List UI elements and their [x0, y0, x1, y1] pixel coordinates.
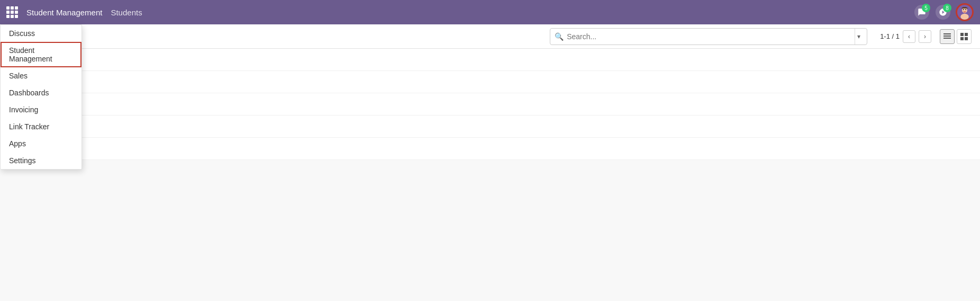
menu-item-invoicing[interactable]: Invoicing [1, 101, 81, 118]
svg-point-4 [965, 9, 966, 10]
search-input[interactable] [567, 32, 855, 41]
search-icon: 🔍 [555, 32, 564, 41]
main-content [0, 49, 980, 301]
list-view-button[interactable] [940, 29, 955, 44]
svg-rect-9 [965, 33, 968, 36]
svg-rect-11 [965, 37, 968, 40]
menu-item-sales[interactable]: Sales [1, 67, 81, 84]
menu-item-settings[interactable]: Settings [1, 152, 81, 169]
svg-rect-10 [960, 37, 964, 40]
table-area [0, 49, 980, 160]
topbar-right: 5 8 [913, 3, 974, 21]
pagination: 1-1 / 1 ‹ › [880, 30, 931, 43]
pagination-prev-button[interactable]: ‹ [903, 30, 915, 43]
pagination-next-button[interactable]: › [919, 30, 931, 43]
table-row [0, 49, 980, 71]
topbar: Student Management Students 5 8 [0, 0, 980, 24]
search-dropdown-button[interactable]: ▾ [855, 29, 863, 45]
svg-rect-8 [960, 33, 964, 36]
secondbar: ds ⚙ 🔍 ▾ 1-1 / 1 ‹ › [0, 24, 980, 49]
apps-grid-icon[interactable] [6, 6, 18, 18]
activity-badge: 8 [943, 4, 951, 12]
user-avatar[interactable] [956, 3, 974, 21]
table-row [0, 71, 980, 93]
topbar-title[interactable]: Student Management [26, 8, 102, 17]
discuss-notification[interactable]: 5 [913, 4, 930, 21]
view-toggle [940, 29, 972, 44]
activity-notification[interactable]: 8 [934, 4, 951, 21]
table-row [0, 138, 980, 160]
menu-item-dashboards[interactable]: Dashboards [1, 84, 81, 101]
table-row [0, 93, 980, 116]
topbar-subtitle[interactable]: Students [111, 8, 142, 17]
menu-item-discuss[interactable]: Discuss [1, 25, 81, 42]
menu-item-link-tracker[interactable]: Link Tracker [1, 118, 81, 135]
svg-point-2 [960, 14, 968, 20]
discuss-badge: 5 [922, 4, 930, 12]
kanban-view-button[interactable] [957, 29, 972, 44]
table-row [0, 116, 980, 138]
svg-rect-7 [943, 38, 951, 39]
pagination-text: 1-1 / 1 [880, 32, 900, 40]
svg-rect-5 [943, 33, 951, 34]
search-container: 🔍 ▾ [550, 28, 867, 45]
svg-point-3 [963, 9, 964, 10]
menu-item-apps[interactable]: Apps [1, 135, 81, 152]
svg-rect-6 [943, 36, 951, 37]
nav-dropdown-menu: Discuss Student Management Sales Dashboa… [0, 24, 82, 170]
menu-item-student-management[interactable]: Student Management [1, 42, 81, 67]
